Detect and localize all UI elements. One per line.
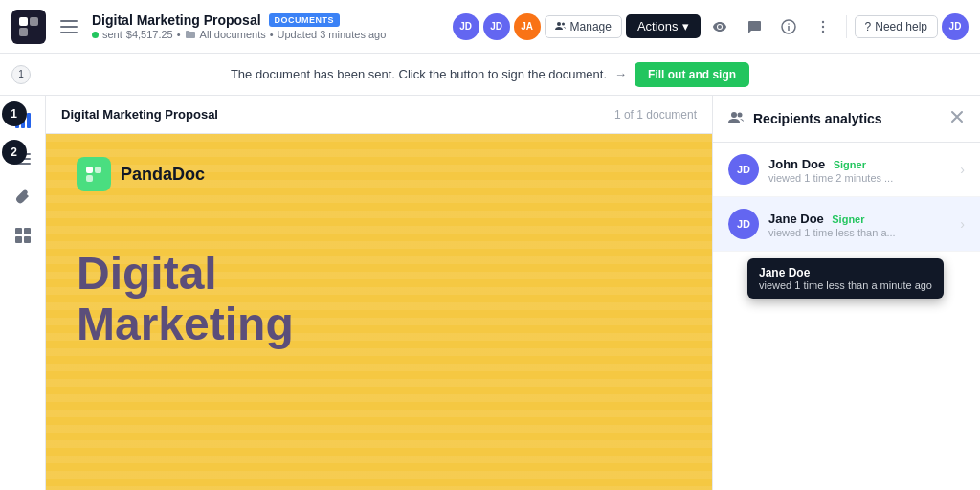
svg-rect-5: [60, 32, 78, 33]
panel-title-row: Recipients analytics: [728, 110, 882, 127]
notif-count-badge: 1: [11, 65, 31, 84]
sidebar-badge-1: 1: [2, 101, 27, 126]
avatar-ja: JA: [514, 13, 541, 40]
recipient-name-jane: Jane Doe: [768, 212, 824, 226]
user-avatar: JD: [942, 13, 969, 40]
analytics-sidebar-icon[interactable]: 1: [6, 103, 40, 138]
hamburger-icon[interactable]: [54, 11, 84, 42]
svg-point-29: [731, 112, 737, 118]
recipient-item-jane[interactable]: JD Jane Doe Signer viewed 1 time less th…: [713, 197, 980, 252]
svg-rect-2: [19, 28, 28, 36]
nav-subtitle: sent $4,517.25 • All documents • Updated…: [92, 29, 445, 40]
status-dot: [92, 32, 99, 38]
panel-close-button[interactable]: [949, 109, 965, 128]
svg-rect-1: [30, 17, 38, 26]
notification-bar: 1 The document has been sent. Click the …: [0, 54, 980, 96]
widget-icon: [14, 227, 32, 244]
tooltip-sub: viewed 1 time less than a minute ago: [759, 279, 932, 291]
folder-label: All documents: [200, 29, 266, 40]
updated-label: Updated 3 minutes ago: [278, 29, 387, 40]
list-sidebar-icon[interactable]: 2: [6, 142, 40, 176]
more-dots-icon: [815, 19, 831, 34]
svg-rect-26: [86, 167, 93, 173]
help-question-icon: ?: [865, 20, 872, 33]
svg-point-6: [557, 22, 561, 26]
separator: •: [177, 29, 181, 40]
avatar-jd-1: JD: [453, 13, 479, 40]
document-main-title: Digital Marketing: [77, 249, 681, 350]
nav-right: JD JD JA Manage Actions ▾ ? Need help JD: [453, 11, 969, 42]
document-area: Digital Marketing Proposal 1 of 1 docume…: [46, 96, 712, 490]
divider: [846, 15, 847, 38]
svg-rect-28: [86, 175, 93, 182]
document-header: Digital Marketing Proposal 1 of 1 docume…: [46, 96, 712, 134]
recipient-chevron-john: ›: [960, 162, 965, 177]
notif-arrow-icon: →: [614, 67, 627, 81]
recipients-people-icon: [728, 110, 746, 127]
avatar-jd-2: JD: [483, 13, 510, 40]
tooltip-name: Jane Doe: [759, 266, 932, 279]
recipient-role-jane: Signer: [832, 213, 864, 225]
document-content: PandaDoc Digital Marketing: [46, 134, 712, 490]
left-sidebar: 1 2: [0, 96, 46, 490]
svg-rect-16: [27, 113, 31, 128]
info-button[interactable]: [773, 11, 804, 42]
manage-button[interactable]: Manage: [545, 15, 622, 38]
main-title-line2: Marketing: [77, 300, 681, 350]
svg-rect-9: [788, 26, 790, 31]
fill-out-sign-button[interactable]: Fill out and sign: [635, 62, 749, 87]
document-inner: PandaDoc Digital Marketing: [46, 134, 712, 373]
close-icon: [949, 109, 965, 124]
nav-title-row: Digital Marketing Proposal DOCUMENTS: [92, 12, 445, 28]
svg-rect-4: [60, 26, 78, 28]
actions-label: Actions: [637, 19, 679, 33]
main-area: 1 2: [0, 96, 980, 490]
brand-name: PandaDoc: [121, 165, 205, 185]
eye-button[interactable]: [704, 11, 735, 42]
users-icon: [555, 21, 567, 33]
folder-icon: [185, 29, 196, 40]
help-button[interactable]: ? Need help: [855, 15, 938, 38]
recipient-avatar-jane: JD: [728, 209, 759, 239]
nav-title-area: Digital Marketing Proposal DOCUMENTS sen…: [92, 12, 445, 40]
pandadoc-logo-icon: [77, 157, 111, 191]
svg-point-11: [821, 20, 823, 22]
brand-row: PandaDoc: [77, 157, 681, 191]
main-title-line1: Digital: [77, 249, 681, 300]
recipient-name-row-jane: Jane Doe Signer: [768, 210, 960, 227]
recipient-name-john: John Doe: [768, 157, 825, 171]
attachment-sidebar-icon[interactable]: [6, 180, 40, 214]
recipient-sub-jane: viewed 1 time less than a...: [768, 227, 960, 238]
actions-button[interactable]: Actions ▾: [626, 14, 701, 38]
recipient-chevron-jane: ›: [960, 216, 965, 232]
document-type-badge: DOCUMENTS: [269, 13, 341, 27]
svg-rect-25: [24, 236, 31, 243]
svg-rect-23: [24, 228, 31, 234]
recipient-avatar-john: JD: [728, 154, 759, 185]
document-name: Digital Marketing Proposal: [61, 107, 218, 122]
paperclip-icon: [14, 189, 32, 206]
actions-chevron-icon: ▾: [682, 19, 689, 33]
recipient-role-john: Signer: [834, 159, 866, 170]
recipients-panel: Recipients analytics JD John Doe Signer …: [712, 96, 980, 490]
panel-header: Recipients analytics: [713, 96, 980, 143]
sidebar-badge-2: 2: [2, 140, 27, 165]
tooltip-jane: Jane Doe viewed 1 time less than a minut…: [747, 258, 944, 299]
widget-sidebar-icon[interactable]: [6, 218, 40, 253]
chat-button[interactable]: [739, 11, 769, 42]
recipient-name-row-john: John Doe Signer: [768, 155, 960, 172]
svg-point-10: [788, 23, 790, 25]
more-button[interactable]: [808, 11, 838, 42]
svg-point-12: [821, 25, 823, 27]
svg-point-7: [562, 22, 565, 25]
svg-rect-3: [60, 20, 78, 22]
recipient-item-john[interactable]: JD John Doe Signer viewed 1 time 2 minut…: [713, 143, 980, 197]
svg-point-30: [738, 113, 743, 118]
eye-icon: [712, 19, 727, 34]
notif-message: The document has been sent. Click the bu…: [231, 67, 607, 81]
recipient-sub-john: viewed 1 time 2 minutes ...: [768, 172, 960, 184]
price: $4,517.25: [126, 29, 173, 40]
help-label: Need help: [875, 20, 927, 33]
svg-rect-22: [15, 228, 22, 234]
svg-rect-0: [19, 17, 28, 26]
